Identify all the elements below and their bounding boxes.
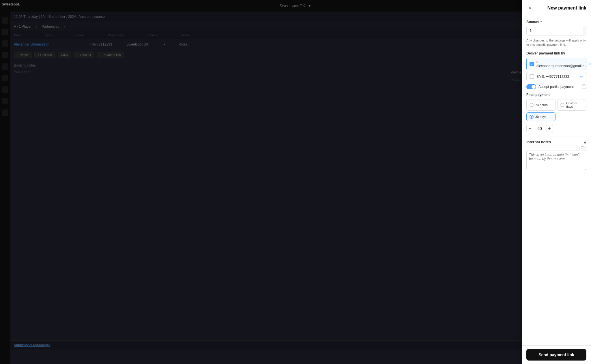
- final-option-custom[interactable]: Custom days: [557, 99, 586, 111]
- days-increment-button[interactable]: +: [546, 125, 553, 132]
- amount-label: Amount: [526, 20, 586, 24]
- amount-field-container: SEK: [526, 26, 586, 35]
- custom-days-row: − 60 +: [526, 123, 586, 134]
- email-edit-icon[interactable]: ✏: [590, 62, 591, 66]
- final-payment-title: Final payment: [526, 93, 586, 97]
- currency-label: SEK: [583, 26, 586, 35]
- divider: [526, 137, 586, 137]
- accept-partial-row: Accept partial payment i: [526, 84, 586, 89]
- radio-custom[interactable]: [560, 103, 564, 107]
- email-checkbox-checked[interactable]: ✓: [530, 62, 534, 66]
- deliver-sms-option[interactable]: SMS: +46777112233 ✏: [526, 72, 586, 81]
- deliver-email-option[interactable]: ✓ a.: alexandergunnarsson@gmail.c... ✏: [526, 58, 586, 70]
- radio-30d[interactable]: [530, 115, 534, 119]
- settings-info-text: Any changes to the settings will apply o…: [526, 38, 586, 47]
- panel-header: × New payment link: [522, 0, 591, 15]
- days-value: 60: [536, 126, 543, 131]
- internal-notes-header: Internal notes ∧: [526, 140, 586, 144]
- final-option-custom-label: Custom days: [566, 101, 583, 108]
- internal-notes-textarea[interactable]: [526, 150, 586, 170]
- check-mark-icon: ✓: [531, 62, 533, 65]
- panel-body: Amount SEK Any changes to the settings w…: [522, 15, 591, 345]
- final-option-30d-label: 30 days: [535, 115, 547, 118]
- internal-notes-collapse-icon[interactable]: ∧: [583, 140, 586, 144]
- sms-checkbox[interactable]: [530, 74, 534, 79]
- new-payment-link-panel: × New payment link Amount SEK Any change…: [522, 0, 591, 364]
- internal-notes-title: Internal notes: [526, 140, 551, 144]
- days-decrement-button[interactable]: −: [526, 125, 533, 132]
- panel-close-button[interactable]: ×: [526, 5, 533, 12]
- radio-30d-inner: [531, 116, 532, 118]
- final-option-30d[interactable]: 30 days: [526, 112, 556, 121]
- sms-edit-icon[interactable]: ✏: [580, 74, 583, 79]
- modal-overlay: [0, 0, 591, 364]
- panel-title: New payment link: [547, 5, 586, 11]
- amount-input[interactable]: [527, 26, 583, 35]
- send-payment-link-button[interactable]: Send payment link: [526, 349, 586, 361]
- days-stepper: − 60 +: [526, 125, 553, 132]
- email-deliver-text: a.: alexandergunnarsson@gmail.c...: [536, 60, 587, 68]
- partial-payment-info-icon[interactable]: i: [582, 84, 586, 89]
- partial-payment-label: Accept partial payment: [538, 85, 579, 89]
- partial-payment-toggle[interactable]: [526, 84, 536, 89]
- final-option-24h[interactable]: 24 hours: [526, 99, 556, 111]
- radio-24h[interactable]: [530, 103, 534, 107]
- final-payment-options: 24 hours Custom days 30 days: [526, 99, 586, 121]
- deliver-by-label: Deliver payment link by: [526, 51, 586, 55]
- notes-count: 0 / 255: [526, 146, 586, 149]
- sms-deliver-text: SMS: +46777112233: [536, 75, 577, 79]
- final-option-24h-label: 24 hours: [535, 103, 548, 107]
- toggle-knob: [532, 85, 536, 89]
- panel-footer: Send payment link: [522, 345, 591, 364]
